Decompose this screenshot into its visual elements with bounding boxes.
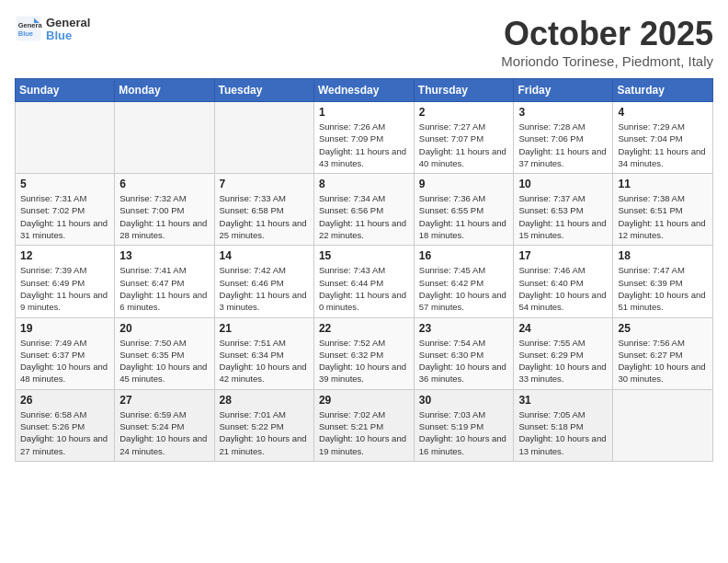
day-info: Sunrise: 7:37 AM Sunset: 6:53 PM Dayligh… xyxy=(518,192,608,241)
calendar-cell: 21Sunrise: 7:51 AM Sunset: 6:34 PM Dayli… xyxy=(214,317,313,389)
calendar-cell xyxy=(115,102,214,174)
day-number: 17 xyxy=(518,249,608,262)
day-number: 30 xyxy=(419,394,509,407)
day-number: 10 xyxy=(518,178,608,190)
day-info: Sunrise: 7:42 AM Sunset: 6:46 PM Dayligh… xyxy=(220,264,309,313)
day-info: Sunrise: 7:01 AM Sunset: 5:22 PM Dayligh… xyxy=(220,408,309,457)
calendar-cell xyxy=(214,102,313,174)
weekday-header-monday: Monday xyxy=(115,79,214,102)
day-number: 26 xyxy=(20,394,109,407)
day-number: 27 xyxy=(119,394,209,407)
day-number: 2 xyxy=(419,106,509,119)
day-number: 25 xyxy=(618,322,708,335)
weekday-header-thursday: Thursday xyxy=(414,79,514,102)
calendar-cell: 6Sunrise: 7:32 AM Sunset: 7:00 PM Daylig… xyxy=(115,174,214,246)
calendar-cell: 13Sunrise: 7:41 AM Sunset: 6:47 PM Dayli… xyxy=(115,246,214,317)
calendar-cell: 23Sunrise: 7:54 AM Sunset: 6:30 PM Dayli… xyxy=(414,317,514,389)
weekday-header-sunday: Sunday xyxy=(16,79,115,102)
day-number: 4 xyxy=(618,106,708,119)
day-info: Sunrise: 7:55 AM Sunset: 6:29 PM Dayligh… xyxy=(518,337,608,385)
title-block: October 2025 Moriondo Torinese, Piedmont… xyxy=(501,15,713,69)
day-info: Sunrise: 6:59 AM Sunset: 5:24 PM Dayligh… xyxy=(119,408,209,457)
calendar-cell: 10Sunrise: 7:37 AM Sunset: 6:53 PM Dayli… xyxy=(514,174,613,246)
day-info: Sunrise: 7:31 AM Sunset: 7:02 PM Dayligh… xyxy=(20,192,109,241)
day-number: 5 xyxy=(20,178,109,190)
day-number: 29 xyxy=(319,394,409,407)
calendar-cell: 18Sunrise: 7:47 AM Sunset: 6:39 PM Dayli… xyxy=(613,246,713,317)
calendar-cell: 27Sunrise: 6:59 AM Sunset: 5:24 PM Dayli… xyxy=(115,389,214,461)
calendar-cell: 2Sunrise: 7:27 AM Sunset: 7:07 PM Daylig… xyxy=(414,102,514,174)
calendar-table: SundayMondayTuesdayWednesdayThursdayFrid… xyxy=(15,78,713,462)
day-info: Sunrise: 7:49 AM Sunset: 6:37 PM Dayligh… xyxy=(20,337,109,385)
day-info: Sunrise: 7:32 AM Sunset: 7:00 PM Dayligh… xyxy=(119,192,209,241)
calendar-cell: 28Sunrise: 7:01 AM Sunset: 5:22 PM Dayli… xyxy=(214,389,313,461)
weekday-header-tuesday: Tuesday xyxy=(214,79,313,102)
day-info: Sunrise: 7:36 AM Sunset: 6:55 PM Dayligh… xyxy=(419,192,509,241)
day-number: 18 xyxy=(618,249,708,262)
day-number: 8 xyxy=(319,178,409,190)
weekday-header-friday: Friday xyxy=(514,79,613,102)
day-info: Sunrise: 7:45 AM Sunset: 6:42 PM Dayligh… xyxy=(419,264,509,313)
calendar-cell: 3Sunrise: 7:28 AM Sunset: 7:06 PM Daylig… xyxy=(514,102,613,174)
day-number: 24 xyxy=(518,322,608,335)
calendar-cell: 30Sunrise: 7:03 AM Sunset: 5:19 PM Dayli… xyxy=(414,389,514,461)
logo-icon: General Blue xyxy=(15,15,42,42)
calendar-cell: 15Sunrise: 7:43 AM Sunset: 6:44 PM Dayli… xyxy=(313,246,414,317)
day-info: Sunrise: 7:26 AM Sunset: 7:09 PM Dayligh… xyxy=(319,121,409,169)
day-number: 21 xyxy=(220,322,309,335)
day-number: 13 xyxy=(119,249,209,262)
calendar-week-row: 19Sunrise: 7:49 AM Sunset: 6:37 PM Dayli… xyxy=(16,317,713,389)
day-number: 31 xyxy=(518,394,608,407)
weekday-header-wednesday: Wednesday xyxy=(313,79,414,102)
day-number: 9 xyxy=(419,178,509,190)
calendar-cell: 20Sunrise: 7:50 AM Sunset: 6:35 PM Dayli… xyxy=(115,317,214,389)
day-info: Sunrise: 7:02 AM Sunset: 5:21 PM Dayligh… xyxy=(319,408,409,457)
day-number: 1 xyxy=(319,106,409,119)
calendar-cell: 16Sunrise: 7:45 AM Sunset: 6:42 PM Dayli… xyxy=(414,246,514,317)
day-info: Sunrise: 7:50 AM Sunset: 6:35 PM Dayligh… xyxy=(119,337,209,385)
day-info: Sunrise: 7:38 AM Sunset: 6:51 PM Dayligh… xyxy=(618,192,708,241)
calendar-cell: 9Sunrise: 7:36 AM Sunset: 6:55 PM Daylig… xyxy=(414,174,514,246)
calendar-cell: 7Sunrise: 7:33 AM Sunset: 6:58 PM Daylig… xyxy=(214,174,313,246)
calendar-cell: 26Sunrise: 6:58 AM Sunset: 5:26 PM Dayli… xyxy=(16,389,115,461)
day-info: Sunrise: 7:47 AM Sunset: 6:39 PM Dayligh… xyxy=(618,264,708,313)
page-header: General Blue General Blue October 2025 M… xyxy=(15,15,713,69)
day-info: Sunrise: 7:34 AM Sunset: 6:56 PM Dayligh… xyxy=(319,192,409,241)
day-number: 20 xyxy=(119,322,209,335)
day-number: 15 xyxy=(319,249,409,262)
svg-text:General: General xyxy=(18,21,42,29)
day-info: Sunrise: 7:41 AM Sunset: 6:47 PM Dayligh… xyxy=(119,264,209,313)
calendar-cell: 12Sunrise: 7:39 AM Sunset: 6:49 PM Dayli… xyxy=(16,246,115,317)
svg-text:Blue: Blue xyxy=(18,29,33,38)
day-number: 16 xyxy=(419,249,509,262)
calendar-week-row: 26Sunrise: 6:58 AM Sunset: 5:26 PM Dayli… xyxy=(16,389,713,461)
calendar-cell: 5Sunrise: 7:31 AM Sunset: 7:02 PM Daylig… xyxy=(16,174,115,246)
day-info: Sunrise: 7:27 AM Sunset: 7:07 PM Dayligh… xyxy=(419,121,509,169)
calendar-week-row: 12Sunrise: 7:39 AM Sunset: 6:49 PM Dayli… xyxy=(16,246,713,317)
day-info: Sunrise: 7:46 AM Sunset: 6:40 PM Dayligh… xyxy=(518,264,608,313)
day-number: 28 xyxy=(220,394,309,407)
day-number: 14 xyxy=(220,249,309,262)
day-info: Sunrise: 7:43 AM Sunset: 6:44 PM Dayligh… xyxy=(319,264,409,313)
calendar-cell: 19Sunrise: 7:49 AM Sunset: 6:37 PM Dayli… xyxy=(16,317,115,389)
calendar-cell: 22Sunrise: 7:52 AM Sunset: 6:32 PM Dayli… xyxy=(313,317,414,389)
day-info: Sunrise: 7:33 AM Sunset: 6:58 PM Dayligh… xyxy=(220,192,309,241)
day-info: Sunrise: 7:29 AM Sunset: 7:04 PM Dayligh… xyxy=(618,121,708,169)
day-info: Sunrise: 7:52 AM Sunset: 6:32 PM Dayligh… xyxy=(319,337,409,385)
calendar-cell xyxy=(16,102,115,174)
calendar-cell: 17Sunrise: 7:46 AM Sunset: 6:40 PM Dayli… xyxy=(514,246,613,317)
day-info: Sunrise: 7:39 AM Sunset: 6:49 PM Dayligh… xyxy=(20,264,109,313)
logo-blue-text: Blue xyxy=(46,29,90,42)
calendar-week-row: 5Sunrise: 7:31 AM Sunset: 7:02 PM Daylig… xyxy=(16,174,713,246)
day-info: Sunrise: 7:28 AM Sunset: 7:06 PM Dayligh… xyxy=(518,121,608,169)
day-number: 7 xyxy=(220,178,309,190)
calendar-cell: 24Sunrise: 7:55 AM Sunset: 6:29 PM Dayli… xyxy=(514,317,613,389)
calendar-cell: 4Sunrise: 7:29 AM Sunset: 7:04 PM Daylig… xyxy=(613,102,713,174)
day-number: 11 xyxy=(618,178,708,190)
day-number: 22 xyxy=(319,322,409,335)
calendar-cell: 11Sunrise: 7:38 AM Sunset: 6:51 PM Dayli… xyxy=(613,174,713,246)
day-info: Sunrise: 7:05 AM Sunset: 5:18 PM Dayligh… xyxy=(518,408,608,457)
calendar-cell: 29Sunrise: 7:02 AM Sunset: 5:21 PM Dayli… xyxy=(313,389,414,461)
day-number: 19 xyxy=(20,322,109,335)
logo: General Blue General Blue xyxy=(15,15,90,43)
